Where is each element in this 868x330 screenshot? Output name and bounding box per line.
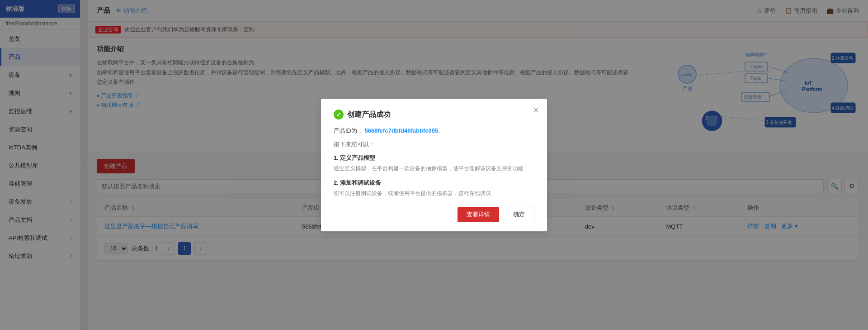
- modal-step1: 1. 定义产品模型 通过定义模型，在平台构建一款设备的抽象模型，使平台理解该设备…: [334, 154, 534, 173]
- modal-step2: 2. 添加和调试设备 您可以注册测试设备，或者使用平台提供的模拟器，进行在线调试: [334, 179, 534, 198]
- step1-desc: 通过定义模型，在平台构建一款设备的抽象模型，使平台理解该设备支持的功能: [334, 164, 534, 173]
- modal-close-button[interactable]: ✕: [533, 106, 539, 115]
- view-detail-button[interactable]: 查看详情: [458, 207, 499, 222]
- success-icon: ✓: [334, 110, 344, 120]
- confirm-button[interactable]: 确定: [504, 207, 534, 222]
- step1-title: 1. 定义产品模型: [334, 154, 534, 162]
- modal-footer: 查看详情 确定: [334, 207, 534, 222]
- modal-id-row: 产品ID为： 5668fefc7dbfd46fabbfe005.: [334, 127, 534, 135]
- modal-overlay[interactable]: ✓ 创建产品成功 ✕ 产品ID为： 5668fefc7dbfd46fabbfe0…: [0, 0, 868, 330]
- step2-desc: 您可以注册测试设备，或者使用平台提供的模拟器，进行在线调试: [334, 189, 534, 198]
- modal-product-id: 5668fefc7dbfd46fabbfe005.: [365, 127, 440, 134]
- success-modal: ✓ 创建产品成功 ✕ 产品ID为： 5668fefc7dbfd46fabbfe0…: [321, 99, 547, 231]
- modal-title: ✓ 创建产品成功: [334, 110, 534, 120]
- modal-subtitle: 接下来您可以：: [334, 140, 534, 148]
- step2-title: 2. 添加和调试设备: [334, 179, 534, 187]
